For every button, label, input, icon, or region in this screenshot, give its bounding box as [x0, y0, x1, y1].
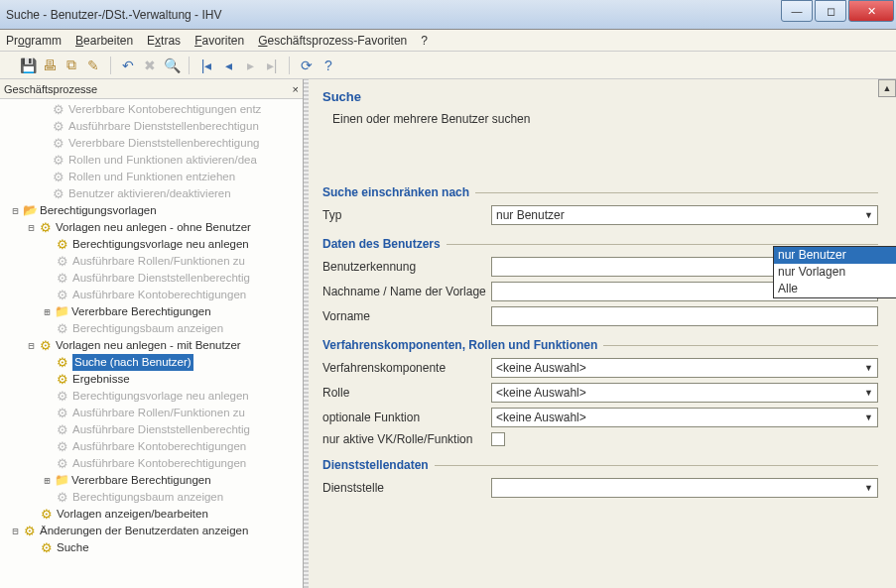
next-icon[interactable]: ▸: [242, 58, 258, 73]
rolle-label: Rolle: [322, 386, 491, 400]
typ-combo[interactable]: nur Benutzer ▼: [491, 205, 878, 225]
gear-group-icon: ⚙: [38, 220, 54, 236]
collapse-icon[interactable]: ⊟: [26, 219, 37, 236]
chevron-down-icon: ▼: [864, 210, 873, 220]
close-button[interactable]: ✕: [848, 0, 894, 22]
nur-aktive-label: nur aktive VK/Rolle/Funktion: [322, 432, 491, 446]
tree-item[interactable]: Ausführbare Rollen/Funktionen zu: [72, 253, 245, 270]
typ-option-nur-benutzer[interactable]: nur Benutzer: [774, 247, 896, 264]
process-tree[interactable]: ⚙Vererbbare Kontoberechtigungen entz ⚙Au…: [0, 99, 303, 588]
vk-combo[interactable]: <keine Auswahl>▼: [491, 358, 878, 378]
tree-item[interactable]: Rollen und Funktionen aktivieren/dea: [68, 152, 257, 169]
gear-alert-icon: ⚙: [55, 237, 70, 253]
gear-icon: ⚙: [55, 321, 70, 337]
menu-bearbeiten[interactable]: Bearbeiten: [75, 34, 133, 48]
typ-dropdown-list[interactable]: nur Benutzer nur Vorlagen Alle: [773, 246, 896, 298]
tree-item[interactable]: Vererbbare Kontoberechtigungen entz: [68, 101, 261, 118]
typ-label: Typ: [322, 208, 491, 222]
tree-item[interactable]: Rollen und Funktionen entziehen: [68, 169, 235, 185]
gear-icon: ⚙: [55, 490, 70, 506]
copy-icon[interactable]: ⧉: [64, 58, 79, 73]
gear-icon: ⚙: [55, 406, 70, 421]
tree-item[interactable]: Ausführbare Kontoberechtigungen: [72, 455, 246, 472]
tree-item[interactable]: Ausführbare Rollen/Funktionen zu: [72, 405, 245, 421]
chevron-down-icon: ▼: [864, 363, 873, 373]
tree-item[interactable]: Berechtigungsbaum anzeigen: [72, 489, 223, 506]
scroll-up-button[interactable]: ▲: [878, 79, 896, 97]
tree-item[interactable]: Änderungen der Benutzerdaten anzeigen: [40, 523, 248, 539]
tree-item[interactable]: Vorlagen anzeigen/bearbeiten: [57, 506, 208, 523]
chevron-down-icon: ▼: [864, 388, 873, 398]
gear-group-icon: ⚙: [38, 338, 54, 354]
optfn-label: optionale Funktion: [322, 411, 491, 424]
left-panel: Geschäftsprozesse × ⚙Vererbbare Kontober…: [0, 79, 304, 588]
save-icon[interactable]: 💾: [20, 58, 36, 73]
tree-item[interactable]: Suche: [57, 539, 89, 556]
optfn-combo[interactable]: <keine Auswahl>▼: [491, 408, 878, 427]
nur-aktive-checkbox[interactable]: [491, 432, 505, 446]
tree-item[interactable]: Vererbbare Berechtigungen: [71, 472, 211, 489]
typ-option-nur-vorlagen[interactable]: nur Vorlagen: [774, 264, 896, 281]
last-icon[interactable]: ▸|: [264, 58, 280, 73]
tree-item[interactable]: Ausführbare Dienststellenberechtigun: [68, 118, 259, 135]
tree-item[interactable]: Ausführbare Kontoberechtigungen: [72, 287, 246, 303]
panel-close-icon[interactable]: ×: [293, 83, 299, 95]
window-title: Suche - Benutzer-/DSt.-Verwaltung - IHV: [6, 8, 221, 22]
menu-favoriten[interactable]: Favoriten: [194, 34, 244, 48]
chevron-down-icon: ▼: [864, 412, 873, 422]
tree-item[interactable]: Ausführbare Dienststellenberechtig: [72, 421, 250, 438]
left-panel-header: Geschäftsprozesse ×: [0, 79, 303, 99]
tree-item[interactable]: Ausführbare Dienststellenberechtig: [72, 270, 250, 287]
gear-alert-icon: ⚙: [39, 540, 55, 556]
collapse-icon[interactable]: ⊟: [10, 202, 21, 219]
typ-option-alle[interactable]: Alle: [774, 281, 896, 297]
folder-open-icon: 📂: [22, 203, 38, 219]
page-title: Suche: [322, 89, 878, 104]
cancel-icon[interactable]: ✖: [142, 58, 158, 73]
tree-item[interactable]: Vorlagen neu anlegen - ohne Benutzer: [56, 219, 251, 236]
collapse-icon[interactable]: ⊟: [10, 523, 21, 539]
first-icon[interactable]: |◂: [198, 58, 214, 73]
folder-icon: 📁: [54, 473, 69, 489]
left-panel-title: Geschäftsprozesse: [4, 83, 97, 95]
expand-icon[interactable]: ⊞: [42, 472, 53, 489]
prev-icon[interactable]: ◂: [220, 58, 236, 73]
tree-item[interactable]: Berechtigungsbaum anzeigen: [72, 320, 223, 337]
tree-item[interactable]: Ergebnisse: [72, 371, 130, 388]
search-icon[interactable]: 🔍: [164, 58, 180, 73]
folder-icon: 📁: [54, 304, 69, 320]
gear-icon: ⚙: [55, 422, 70, 438]
refresh-icon[interactable]: ⟳: [299, 58, 315, 73]
menu-help[interactable]: ?: [421, 34, 428, 48]
vorname-input[interactable]: [491, 306, 878, 326]
tree-item[interactable]: Vererbbare Dienststellenberechtigung: [68, 135, 259, 152]
toolbar: 💾 🖶 ⧉ ✎ ↶ ✖ 🔍 |◂ ◂ ▸ ▸| ⟳ ?: [0, 52, 896, 79]
vorname-label: Vorname: [322, 309, 491, 323]
tree-item[interactable]: Benutzer aktivieren/deaktivieren: [68, 185, 231, 202]
menu-programm[interactable]: Programm: [6, 34, 62, 48]
tree-item[interactable]: Berechtigungsvorlagen: [40, 202, 157, 219]
toolbar-separator: [110, 57, 111, 74]
menu-extras[interactable]: Extras: [147, 34, 181, 48]
dienststelle-combo[interactable]: ▼: [491, 478, 878, 498]
menu-geschaeftsprozess-favoriten[interactable]: Geschäftsprozess-Favoriten: [258, 34, 407, 48]
expand-icon[interactable]: ⊞: [42, 303, 53, 320]
gear-icon: ⚙: [51, 136, 66, 152]
tree-item[interactable]: Ausführbare Kontoberechtigungen: [72, 438, 246, 455]
titlebar: Suche - Benutzer-/DSt.-Verwaltung - IHV …: [0, 0, 896, 30]
edit-icon[interactable]: ✎: [85, 58, 101, 73]
gear-icon: ⚙: [51, 119, 66, 135]
print-icon[interactable]: 🖶: [42, 58, 58, 73]
collapse-icon[interactable]: ⊟: [26, 337, 37, 354]
maximize-button[interactable]: ◻: [815, 0, 846, 22]
tree-item-selected[interactable]: Suche (nach Benutzer): [72, 354, 193, 371]
rolle-combo[interactable]: <keine Auswahl>▼: [491, 383, 878, 403]
minimize-button[interactable]: —: [781, 0, 813, 22]
gear-alert-icon: ⚙: [55, 355, 70, 371]
help-icon[interactable]: ?: [320, 58, 336, 73]
tree-item[interactable]: Vererbbare Berechtigungen: [71, 303, 211, 320]
undo-icon[interactable]: ↶: [120, 58, 136, 73]
tree-item[interactable]: Berechtigungsvorlage neu anlegen: [72, 236, 249, 253]
tree-item[interactable]: Vorlagen neu anlegen - mit Benutzer: [56, 337, 241, 354]
tree-item[interactable]: Berechtigungsvorlage neu anlegen: [72, 388, 249, 405]
